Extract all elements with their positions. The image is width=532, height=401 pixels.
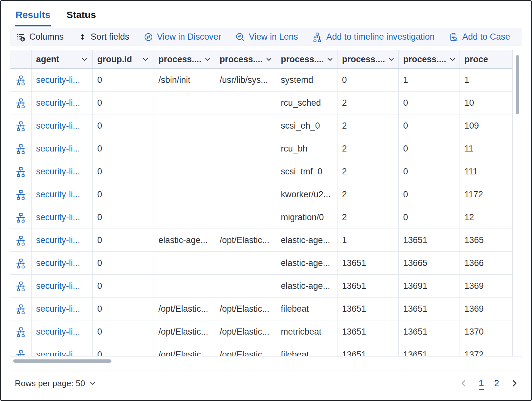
table-cell: 0 (399, 92, 460, 114)
table-cell: 0 (399, 137, 460, 160)
agent-link[interactable]: security-li... (32, 320, 93, 343)
timeline-icon (312, 32, 322, 42)
analyze-event-button[interactable] (15, 189, 26, 200)
agent-link[interactable]: security-li... (32, 298, 93, 320)
tab-status[interactable]: Status (66, 6, 97, 26)
table-row: security-li0/opt/Elastic/opt/Elasticfile… (10, 343, 512, 356)
analyze-event-button[interactable] (15, 235, 26, 246)
analyze-event-cell (10, 252, 32, 274)
table-cell: 2 (337, 160, 399, 183)
analyze-event-icon (15, 327, 26, 337)
analyze-event-icon (15, 121, 26, 131)
table-cell (154, 252, 215, 274)
analyze-event-button[interactable] (15, 98, 26, 108)
agent-link[interactable]: security-li... (32, 183, 93, 206)
table-row: security-li...0scsi_tmf_020111 (10, 160, 512, 183)
chevron-down-icon (327, 56, 334, 63)
table-cell: 12 (460, 206, 512, 229)
agent-link[interactable]: security-li... (32, 275, 93, 297)
analyze-event-button[interactable] (15, 349, 26, 357)
prev-page-button[interactable] (459, 378, 469, 388)
agent-link[interactable]: security-li... (32, 114, 93, 137)
table-cell: 13651 (337, 320, 399, 343)
add-to-timeline-button[interactable]: Add to timeline investigation (312, 32, 434, 42)
agent-link[interactable]: security-li (32, 343, 93, 356)
table-row: security-li...0/opt/Elastic.../opt/Elast… (10, 320, 512, 343)
table-cell: 11 (460, 137, 512, 160)
table-cell: /sbin/init (154, 69, 215, 91)
table-cell: 109 (460, 114, 512, 137)
column-header-process[interactable]: process.... (399, 50, 460, 68)
table-cell: 1366 (460, 252, 512, 274)
table-cell: rcu_sched (276, 92, 337, 114)
toolbar-button-label: Sort fields (91, 32, 129, 42)
table-cell (215, 160, 276, 183)
table-cell: 0 (93, 206, 154, 229)
page-1-button[interactable]: 1 (479, 378, 484, 388)
analyze-event-button[interactable] (15, 121, 26, 131)
table-row: security-li...0rcu_sched2010 (10, 92, 512, 114)
analyze-event-button[interactable] (15, 212, 26, 223)
column-header-process[interactable]: process.... (337, 50, 399, 68)
column-header-label: process.... (220, 54, 263, 64)
rows-per-page-button[interactable]: Rows per page: 50 (15, 378, 97, 388)
agent-link[interactable]: security-li... (32, 206, 93, 229)
column-header-agent[interactable]: agent (32, 50, 93, 68)
analyze-event-icon (15, 281, 26, 291)
column-header-proce[interactable]: proce (460, 50, 512, 68)
table-cell: 0 (399, 114, 460, 137)
table-row: security-li...0migration/02012 (10, 206, 512, 229)
scrollbar-thumb[interactable] (13, 359, 111, 363)
agent-link[interactable]: security-li... (32, 252, 93, 274)
column-header-process[interactable]: process.... (276, 50, 337, 68)
table-cell: 0 (93, 320, 154, 343)
view-in-lens-button[interactable]: View in Lens (235, 32, 298, 42)
analyze-event-button[interactable] (15, 327, 26, 337)
analyze-event-button[interactable] (15, 258, 26, 269)
column-header-process[interactable]: process.... (154, 50, 215, 68)
column-header-process[interactable]: process.... (215, 50, 276, 68)
table-cell: 0 (399, 160, 460, 183)
table-cell: 1370 (460, 320, 512, 343)
table-cell: 13651 (337, 275, 399, 297)
table-cell: 13651 (337, 252, 399, 274)
columns-button[interactable]: Columns (16, 32, 64, 42)
grid-footer: Rows per page: 50 12 (10, 370, 522, 388)
table-cell: rcu_bh (276, 137, 337, 160)
view-in-discover-button[interactable]: View in Discover (144, 32, 221, 42)
table-row: security-li...0/sbin/init/usr/lib/sys...… (10, 69, 512, 92)
table-cell: systemd (276, 69, 337, 91)
analyze-event-button[interactable] (15, 281, 26, 291)
analyze-event-button[interactable] (15, 304, 26, 314)
agent-link[interactable]: security-li... (32, 137, 93, 160)
scrollbar-thumb[interactable] (516, 55, 519, 114)
table-row: security-li...0elastic-age.../opt/Elasti… (10, 229, 512, 252)
add-to-case-button[interactable]: Add to Case (449, 32, 510, 42)
chevron-down-icon (265, 56, 272, 63)
sort-fields-button[interactable]: Sort fields (78, 32, 129, 42)
table-cell: elastic-age... (276, 229, 337, 251)
analyze-event-cell (10, 114, 32, 137)
table-cell: 0 (399, 206, 460, 229)
agent-link[interactable]: security-li... (32, 92, 93, 114)
tab-results[interactable]: Results (15, 6, 51, 26)
agent-link[interactable]: security-li... (32, 229, 93, 251)
table-cell: 0 (93, 252, 154, 274)
column-header-group-id[interactable]: group.id (93, 50, 154, 68)
column-header-label: group.id (97, 54, 132, 64)
chevron-down-icon (449, 56, 456, 63)
analyze-event-cell (10, 229, 32, 251)
toolbar-divider (10, 46, 522, 50)
table-cell: elastic-age... (276, 275, 337, 297)
page-2-button[interactable]: 2 (494, 378, 499, 388)
agent-link[interactable]: security-li... (32, 69, 93, 91)
next-page-button[interactable] (509, 378, 519, 388)
analyze-event-button[interactable] (15, 75, 26, 85)
analyze-event-icon (15, 189, 26, 200)
analyze-event-button[interactable] (15, 166, 26, 177)
analyze-event-cell (10, 275, 32, 297)
table-cell: 2 (337, 183, 399, 206)
analyze-event-button[interactable] (15, 143, 26, 154)
table-cell: 0 (337, 69, 399, 91)
agent-link[interactable]: security-li... (32, 160, 93, 183)
